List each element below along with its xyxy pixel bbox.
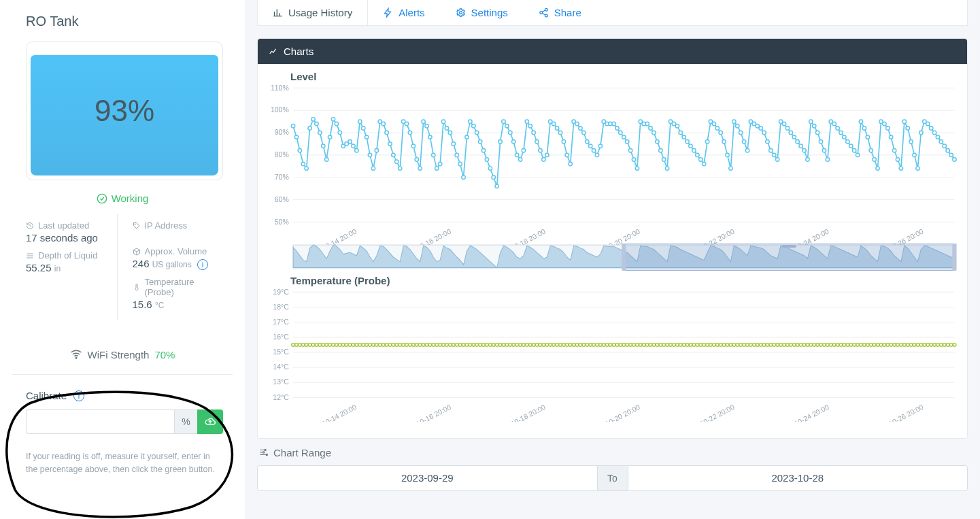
svg-point-289 (405, 343, 409, 346)
svg-point-47 (355, 149, 358, 152)
svg-point-438 (903, 343, 907, 346)
svg-point-39 (328, 135, 331, 139)
svg-point-315 (492, 343, 495, 346)
svg-point-422 (849, 343, 853, 346)
svg-point-3 (459, 12, 462, 14)
svg-point-220 (932, 131, 936, 134)
svg-point-305 (458, 343, 462, 346)
volume-info-icon[interactable]: i (197, 259, 208, 270)
calibrate-submit-button[interactable] (197, 409, 223, 434)
svg-point-329 (539, 343, 542, 346)
svg-point-77 (455, 153, 458, 156)
tab-settings[interactable]: Settings (441, 0, 524, 25)
svg-point-308 (469, 343, 472, 346)
svg-point-328 (535, 343, 539, 346)
svg-point-281 (378, 343, 382, 346)
stat-ip-label: IP Address (133, 220, 224, 231)
svg-point-118 (592, 149, 595, 152)
svg-point-344 (589, 343, 592, 346)
svg-point-259 (305, 343, 308, 346)
calibrate-title: Calibrate i (26, 390, 223, 401)
svg-point-201 (869, 149, 873, 152)
svg-point-138 (659, 149, 662, 152)
svg-point-92 (505, 124, 509, 127)
svg-point-311 (479, 343, 482, 346)
svg-point-367 (666, 343, 669, 346)
svg-point-38 (324, 158, 328, 161)
stats: Last updated 17 seconds ago Depth of Liq… (0, 214, 245, 320)
svg-point-297 (432, 343, 435, 346)
svg-text:10-20 20:00: 10-20 20:00 (604, 403, 641, 422)
svg-text:17°C: 17°C (273, 318, 289, 326)
svg-point-383 (719, 343, 722, 346)
svg-text:70%: 70% (275, 173, 289, 181)
svg-point-303 (452, 343, 455, 346)
svg-point-144 (679, 131, 682, 134)
svg-point-69 (428, 135, 432, 139)
svg-point-71 (435, 167, 439, 170)
svg-point-84 (478, 139, 481, 143)
svg-point-175 (782, 122, 785, 125)
svg-point-62 (405, 122, 408, 125)
svg-point-396 (762, 343, 766, 346)
calibrate-input[interactable] (26, 409, 174, 434)
svg-point-128 (625, 139, 628, 143)
svg-point-85 (481, 149, 485, 152)
svg-text:50%: 50% (275, 218, 289, 226)
svg-point-93 (509, 131, 512, 134)
svg-point-205 (883, 122, 886, 125)
chart-range-to[interactable] (628, 465, 968, 491)
svg-point-45 (348, 139, 352, 143)
svg-point-369 (673, 343, 676, 346)
svg-point-342 (582, 343, 586, 346)
svg-point-95 (515, 153, 518, 156)
svg-text:19°C: 19°C (273, 288, 289, 295)
svg-point-371 (679, 343, 682, 346)
svg-point-454 (265, 450, 266, 451)
svg-point-349 (605, 343, 609, 346)
line-chart-icon (269, 47, 278, 56)
chart-temperature[interactable]: 19°C18°C17°C16°C15°C14°C13°C12°C10-14 20… (263, 286, 962, 422)
svg-point-404 (790, 343, 793, 346)
svg-text:10-22 20:00: 10-22 20:00 (698, 403, 736, 422)
svg-point-449 (940, 343, 943, 346)
svg-point-292 (415, 343, 418, 346)
tab-alerts[interactable]: Alerts (368, 0, 440, 25)
calibrate-info-icon[interactable]: i (73, 390, 84, 401)
svg-point-96 (518, 158, 522, 161)
tab-share[interactable]: Share (524, 0, 597, 25)
svg-text:110%: 110% (271, 84, 289, 92)
svg-rect-230 (952, 244, 956, 271)
svg-point-35 (315, 122, 318, 125)
cube-icon (133, 248, 141, 256)
svg-point-382 (715, 343, 719, 346)
chart-range-from[interactable] (257, 465, 598, 491)
svg-point-78 (458, 162, 462, 165)
svg-point-286 (395, 343, 399, 346)
svg-point-410 (809, 343, 813, 346)
svg-point-442 (916, 343, 919, 346)
tab-usage-history[interactable]: Usage History (258, 0, 368, 25)
svg-point-440 (909, 343, 913, 346)
svg-point-332 (549, 343, 552, 346)
chart-navigator[interactable] (263, 244, 962, 271)
svg-point-194 (846, 139, 849, 143)
svg-point-434 (890, 343, 893, 346)
svg-point-386 (729, 343, 732, 346)
chart-level[interactable]: 110%100%90%80%70%60%50%10-14 20:0010-16 … (263, 82, 962, 246)
svg-point-216 (919, 131, 923, 134)
svg-point-180 (799, 144, 802, 148)
chart-temp-title: Temperature (Probe) (263, 271, 962, 286)
svg-point-2 (75, 358, 77, 359)
svg-point-389 (739, 343, 743, 346)
svg-point-146 (686, 139, 689, 143)
svg-rect-231 (782, 245, 796, 248)
svg-point-155 (715, 127, 719, 130)
svg-point-152 (705, 139, 709, 143)
svg-point-58 (392, 153, 395, 156)
svg-point-111 (569, 162, 572, 165)
svg-point-81 (469, 120, 472, 123)
svg-point-114 (579, 127, 582, 130)
svg-point-178 (792, 135, 796, 139)
svg-point-443 (919, 343, 923, 346)
